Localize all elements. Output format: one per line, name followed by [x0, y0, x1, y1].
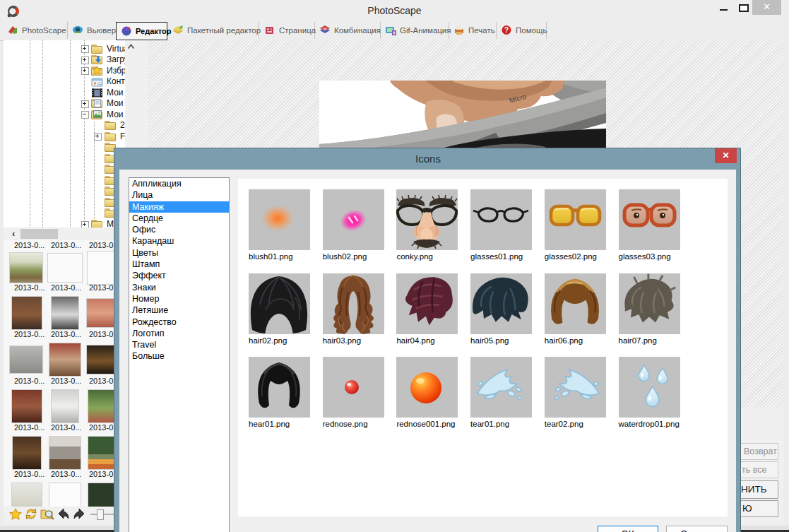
svg-text:?: ?: [504, 26, 509, 34]
